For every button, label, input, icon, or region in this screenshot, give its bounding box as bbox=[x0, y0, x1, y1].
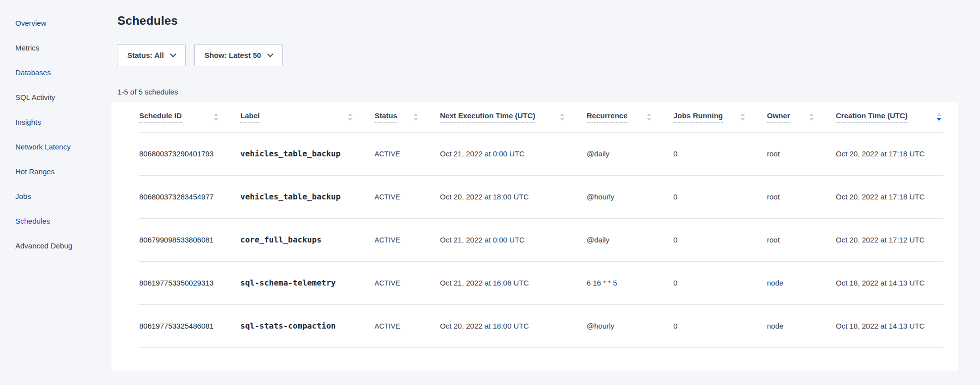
column-header-status[interactable]: Status bbox=[375, 102, 440, 132]
cell-status: ACTIVE bbox=[375, 304, 440, 347]
main-content: Schedules Status: All Show: Latest 50 1-… bbox=[111, 0, 980, 385]
cell-creation-time: Oct 18, 2022 at 14:13 UTC bbox=[836, 261, 943, 304]
cell-jobs-running: 0 bbox=[673, 175, 767, 218]
cell-recurrence: @hourly bbox=[587, 304, 673, 347]
column-header-label[interactable]: Label bbox=[240, 102, 375, 132]
cell-label: sql-stats-compaction bbox=[240, 304, 375, 347]
table-row: 806197753325486081 sql-stats-compaction … bbox=[139, 304, 943, 347]
sidebar-item-jobs[interactable]: Jobs bbox=[0, 184, 111, 209]
chevron-down-icon bbox=[267, 51, 273, 57]
cell-recurrence: @hourly bbox=[587, 175, 673, 218]
table-row: 806197753350029313 sql-schema-telemetry … bbox=[139, 261, 943, 304]
sidebar-item-overview[interactable]: Overview bbox=[0, 11, 111, 36]
column-header-next-execution-time[interactable]: Next Execution Time (UTC) bbox=[440, 102, 587, 132]
column-header-creation-time[interactable]: Creation Time (UTC) bbox=[836, 102, 943, 132]
sort-icon bbox=[740, 113, 745, 121]
chevron-down-icon bbox=[170, 51, 176, 57]
page-title: Schedules bbox=[117, 14, 958, 28]
sort-icon bbox=[647, 113, 652, 121]
sidebar-item-insights[interactable]: Insights bbox=[0, 110, 111, 135]
cell-jobs-running: 0 bbox=[673, 132, 767, 175]
cell-schedule-id: 806800373290401793 bbox=[139, 132, 240, 175]
cell-next-execution: Oct 21, 2022 at 16:06 UTC bbox=[440, 261, 587, 304]
sort-icon bbox=[809, 113, 814, 121]
cell-recurrence: @daily bbox=[587, 218, 673, 261]
cell-jobs-running: 0 bbox=[673, 304, 767, 347]
results-count: 1-5 of 5 schedules bbox=[117, 88, 958, 96]
show-filter-dropdown[interactable]: Show: Latest 50 bbox=[194, 44, 283, 66]
cell-jobs-running: 0 bbox=[673, 261, 767, 304]
column-header-schedule-id[interactable]: Schedule ID bbox=[139, 102, 240, 132]
sidebar-item-advanced-debug[interactable]: Advanced Debug bbox=[0, 234, 111, 258]
cell-label: vehicles_table_backup bbox=[240, 132, 375, 175]
sidebar-item-metrics[interactable]: Metrics bbox=[0, 36, 111, 60]
cell-label: core_full_backups bbox=[240, 218, 375, 261]
table-header-row: Schedule ID Label Status bbox=[139, 102, 943, 132]
cell-owner: root bbox=[767, 175, 836, 218]
sort-icon bbox=[936, 113, 941, 121]
sort-icon bbox=[413, 113, 418, 121]
table-row: 806799098533806081 core_full_backups ACT… bbox=[139, 218, 943, 261]
schedules-table: Schedule ID Label Status bbox=[139, 102, 943, 348]
table-row: 806800373290401793 vehicles_table_backup… bbox=[139, 132, 943, 175]
cell-recurrence: @daily bbox=[587, 132, 673, 175]
column-header-recurrence[interactable]: Recurrence bbox=[587, 102, 673, 132]
cell-status: ACTIVE bbox=[375, 261, 440, 304]
cell-schedule-id: 806197753350029313 bbox=[139, 261, 240, 304]
status-filter-label: Status: All bbox=[127, 51, 164, 59]
sort-icon bbox=[214, 113, 218, 121]
sidebar-item-network-latency[interactable]: Network Latency bbox=[0, 135, 111, 159]
show-filter-label: Show: Latest 50 bbox=[205, 51, 261, 59]
cell-next-execution: Oct 20, 2022 at 18:00 UTC bbox=[440, 304, 587, 347]
sidebar-nav: Overview Metrics Databases SQL Activity … bbox=[0, 0, 111, 385]
sidebar-item-databases[interactable]: Databases bbox=[0, 60, 111, 85]
cell-status: ACTIVE bbox=[375, 132, 440, 175]
cell-schedule-id: 806799098533806081 bbox=[139, 218, 240, 261]
sidebar-item-hot-ranges[interactable]: Hot Ranges bbox=[0, 159, 111, 184]
cell-status: ACTIVE bbox=[375, 175, 440, 218]
cell-next-execution: Oct 20, 2022 at 18:00 UTC bbox=[440, 175, 587, 218]
cell-creation-time: Oct 20, 2022 at 17:18 UTC bbox=[836, 132, 943, 175]
cell-creation-time: Oct 20, 2022 at 17:12 UTC bbox=[836, 218, 943, 261]
sidebar-item-sql-activity[interactable]: SQL Activity bbox=[0, 85, 111, 110]
filter-bar: Status: All Show: Latest 50 bbox=[117, 44, 958, 66]
cell-label: vehicles_table_backup bbox=[240, 175, 375, 218]
column-header-jobs-running[interactable]: Jobs Running bbox=[673, 102, 767, 132]
column-header-owner[interactable]: Owner bbox=[767, 102, 836, 132]
cell-creation-time: Oct 20, 2022 at 17:18 UTC bbox=[836, 175, 943, 218]
table-row: 806800373283454977 vehicles_table_backup… bbox=[139, 175, 943, 218]
cell-schedule-id: 806800373283454977 bbox=[139, 175, 240, 218]
sort-icon bbox=[560, 113, 565, 121]
cell-owner: root bbox=[767, 132, 836, 175]
cell-next-execution: Oct 21, 2022 at 0:00 UTC bbox=[440, 132, 587, 175]
cell-jobs-running: 0 bbox=[673, 218, 767, 261]
status-filter-dropdown[interactable]: Status: All bbox=[117, 44, 186, 66]
cell-creation-time: Oct 18, 2022 at 14:13 UTC bbox=[836, 304, 943, 347]
cell-schedule-id: 806197753325486081 bbox=[139, 304, 240, 347]
cell-next-execution: Oct 21, 2022 at 0:00 UTC bbox=[440, 218, 587, 261]
sort-icon bbox=[348, 113, 353, 121]
sidebar-item-schedules[interactable]: Schedules bbox=[0, 209, 111, 234]
cell-label: sql-schema-telemetry bbox=[240, 261, 375, 304]
cell-owner: node bbox=[767, 261, 836, 304]
schedules-table-card: Schedule ID Label Status bbox=[111, 102, 958, 371]
cell-owner: root bbox=[767, 218, 836, 261]
cell-recurrence: 6 16 * * 5 bbox=[587, 261, 673, 304]
cell-owner: node bbox=[767, 304, 836, 347]
cell-status: ACTIVE bbox=[375, 218, 440, 261]
